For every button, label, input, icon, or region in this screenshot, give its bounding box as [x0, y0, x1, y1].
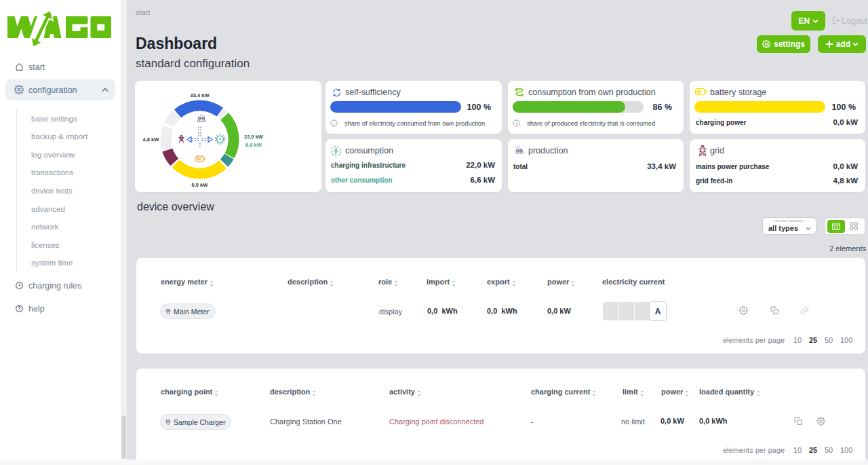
- svg-text:33,4 kW: 33,4 kW: [191, 92, 210, 98]
- svg-text:4,8 kW: 4,8 kW: [143, 136, 160, 143]
- svg-text:22,0 kW: 22,0 kW: [244, 134, 264, 140]
- svg-text:0,0 kW: 0,0 kW: [192, 182, 209, 188]
- svg-text:6,6 kW: 6,6 kW: [245, 142, 262, 148]
